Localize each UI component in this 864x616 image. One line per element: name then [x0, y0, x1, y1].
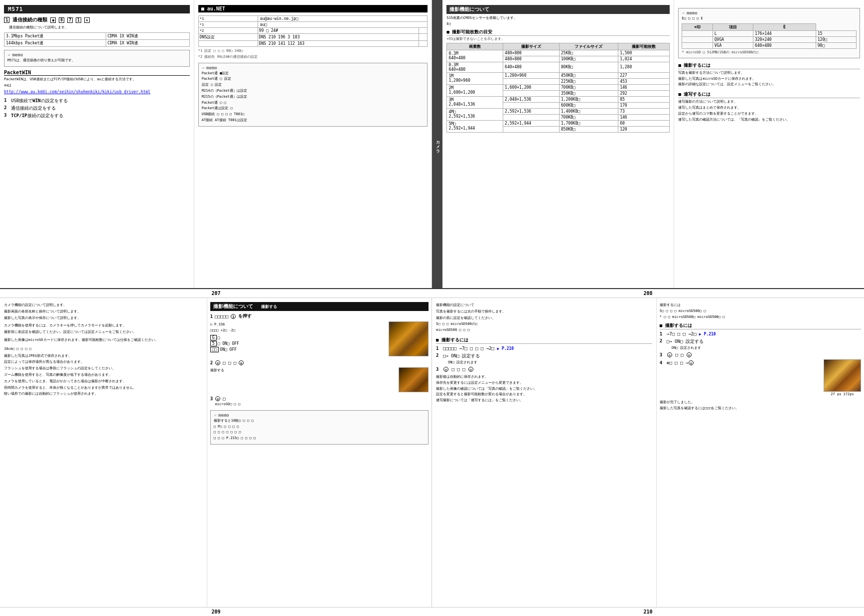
p209-note4: ズーム機能を使用すると、写真の解像度が低下する場合があります。	[4, 373, 203, 378]
step1-circle: 1	[231, 314, 236, 319]
p209-note7: 暗い場所での撮影には自動的にフラッシュが使用されます。	[4, 392, 203, 397]
page-nums-top: 207 208	[0, 289, 864, 298]
table-row: VGA 640×480 90□	[682, 42, 857, 48]
camera-thumb-2	[399, 367, 429, 392]
p210-steps: 1 □□□□□ →7□ □ □ □ →2□ ▶ P.210 2 □→ ON□ 設…	[436, 346, 652, 372]
memo-th-cross: ×印	[682, 23, 713, 30]
memo-content-209c: □ □ □ □ □ □ □	[214, 430, 425, 435]
step3-circle: ◎	[215, 396, 220, 401]
p210-r-step3-circle2: ◎	[687, 352, 692, 357]
dns-label: DNS設定	[198, 34, 258, 41]
td-4-size1: 2,592×1,536	[503, 108, 560, 114]
p210-r-step1-link: ▶ P.210	[699, 332, 716, 336]
memo-title-209: ✍memo	[214, 413, 425, 418]
p209-camera-size: 10cm□ □ □ □ □	[4, 347, 203, 352]
p209-note6: 長時間カメラを使用すると、本体が熱くなることがありますが異常ではありません。	[4, 386, 203, 391]
p210-intro3: 撮影の前に設定を確認してください。	[436, 316, 652, 321]
p210-r-step3-num: 3	[660, 352, 667, 357]
table-row: L 176×144 15	[682, 30, 857, 36]
memo-icon-2: ✍	[202, 65, 204, 70]
td-0-file2: 100KB□	[559, 56, 618, 62]
td-3m: 3M2,048×1,536	[447, 96, 503, 108]
btn-5: 5 □ ON□ OFF	[210, 341, 385, 346]
td-1-size2	[503, 78, 560, 84]
camera-e: E□	[446, 22, 670, 27]
burst-desc2: 連写した写真はまとめて保存されます。	[678, 106, 860, 111]
td-03-count: 1,280	[618, 62, 670, 72]
td-4-count2: 146	[618, 114, 670, 120]
th-pixels: 画素数	[447, 43, 503, 50]
p209-desc3: 撮影した画像はmicroSDカードに保存されます。撮影可能枚数については仕様をご…	[4, 338, 203, 343]
table-row: QVGA 320×240 120□	[682, 36, 857, 42]
cross-note: ×印は撮影できないことを示します。	[446, 37, 670, 41]
p210-step1-num: 1	[436, 346, 443, 351]
page-208-right-col: ✍memo E□ □ □ □ E ×印 項目 E	[674, 0, 864, 288]
p210-step2-text: □→ ON□ 設定する	[443, 353, 480, 358]
table-row: 1M1,280×960 1,280×960 450KB□ 227	[447, 72, 670, 78]
page-207-right-col: ■ au.NET *1 au@au-win.ne.jp□ *1 au□ *2 9…	[194, 0, 432, 288]
page-210-left-col: 撮影機能の設定について 写真を撮影するには次の手順で操作します。 撮影の前に設定…	[432, 298, 657, 607]
p210-r-step4-item: 4 ⊕□ □ □ →◎	[660, 360, 821, 365]
p210-r-step2-num: 2	[660, 338, 667, 343]
shoot-section-label: 撮影機能について	[213, 303, 253, 310]
step-1-num: 1	[4, 98, 11, 103]
td-4-size2	[503, 114, 560, 120]
p210-step1-text: □□□□□ →7□ □ □ □ →2□	[443, 346, 494, 351]
packetwin-title: PacketWIN	[4, 70, 190, 76]
p210-r-step3: 3 ◎ □ □ ◎	[660, 352, 861, 357]
section1-title: 1 通信接続の種類 ◉ 6 7 1 +	[4, 16, 190, 23]
td-0-count2: 1,024	[618, 56, 670, 62]
memo-content-209d: □ □ □ P.215□ □ □ □ □	[214, 436, 425, 441]
step1-buttons: G □ 5 □ ON□ OFF □□ ON□ OFF	[210, 335, 385, 352]
burst-desc3: 設定から連写のコマ数を変更することができます。	[678, 112, 860, 117]
td-0-size1: 480×800	[503, 50, 560, 56]
step-1-text: USB接続でWINの設定をする	[11, 98, 68, 104]
step3-text: □	[223, 396, 225, 401]
td-1m: 1M1,280×960	[447, 72, 503, 84]
step3-header: 3 ◎ □	[210, 396, 429, 401]
btn-g: G □	[210, 335, 385, 340]
p210-final-note2: 撮影した写真を確認するには□□□をご覧ください。	[660, 406, 861, 411]
btn-sq-text: ON□ OFF	[220, 347, 237, 352]
p210-r-step4-text: ⊕□ □ □ →◎	[667, 360, 694, 365]
step-1: 1 USB接続でWINの設定をする	[4, 98, 190, 104]
td-2m: 2M1,600×1,200	[447, 84, 503, 96]
packetwin-url[interactable]: http://www.au.kddi.com/seihin/shuhenkiki…	[4, 89, 190, 95]
memo-title-208: ✍memo	[682, 10, 857, 15]
memo-td-l-val: 15	[816, 30, 856, 36]
memo-td-qvga-val: 120□	[816, 36, 856, 42]
p210-step3: 3 ◎ □ □ □ ◎	[436, 367, 652, 372]
p209-note3: フラッシュを使用する場合は事前にフラッシュの設定をしてください。	[4, 366, 203, 371]
p210-right-section: ■ 撮影するには	[660, 322, 861, 329]
p210-add5: 連写撮影については「連写するには」をご覧ください。	[436, 398, 652, 403]
td-5-file2: 850KB□	[559, 126, 618, 132]
memo-td-l: L	[713, 30, 753, 36]
step2-num: 2	[210, 360, 213, 365]
p210-step1-content: □□□□□ →7□ □ □ □ →2□ ▶ P.210	[443, 346, 514, 351]
p209-desc2: 撮影前に各設定を確認してください。設定については設定メニューをご覧ください。	[4, 330, 203, 335]
page-container: M571 1 通信接続の種類 ◉ 6 7 1 + 通信接続の種類について説明しま…	[0, 0, 864, 616]
step-3-text: TCP/IP接続の設定をする	[11, 113, 63, 119]
thumb-209-2	[399, 367, 429, 393]
td-1-count1: 227	[618, 72, 670, 78]
p210-r-step2: 2 □→ ON□ 設定する ON□ 設定されます	[660, 338, 861, 350]
p210-r-step4-num: 4	[660, 360, 667, 365]
memo-box-209: ✍memo 撮影すると10枚□ □ □ □ □ P□ □ □ □ □ □ □ □…	[210, 410, 429, 445]
steps-list: 1 USB接続でWINの設定をする 2 通信接続の設定をする 3 TCP/IP接…	[4, 98, 190, 119]
step1-text: を押す	[238, 313, 252, 319]
step2-desc: 撮影する	[210, 368, 395, 373]
p210-add3: 撮影した画像の確認については「写真の確認」をご覧ください。	[436, 387, 652, 392]
p210-step3-text: □ □ □	[451, 367, 465, 372]
spine-label: カメラ	[434, 138, 440, 151]
td-2-size1: 1,600×1,200	[503, 84, 560, 90]
btn-g-text: □	[218, 335, 220, 340]
aunet-email: au@au-win.ne.jp□	[258, 16, 427, 22]
memo-td-l-size: 176×144	[753, 30, 816, 36]
memo-text-208: E□ □ □ □ E	[682, 16, 857, 21]
td-4-count1: 73	[618, 108, 670, 114]
step2-block: 2 ◎ □ □ □ ◎ 撮影する	[210, 360, 429, 393]
step-2-text: 通信接続の設定をする	[11, 105, 56, 112]
p210-step2-sub: ON□ 設定されます	[448, 360, 477, 364]
step1-icon: □□□□□	[215, 314, 228, 319]
page-210-right-col: 撮影するには 5□ □ □ □ microSD500□ □ * □ □ micr…	[657, 298, 864, 607]
